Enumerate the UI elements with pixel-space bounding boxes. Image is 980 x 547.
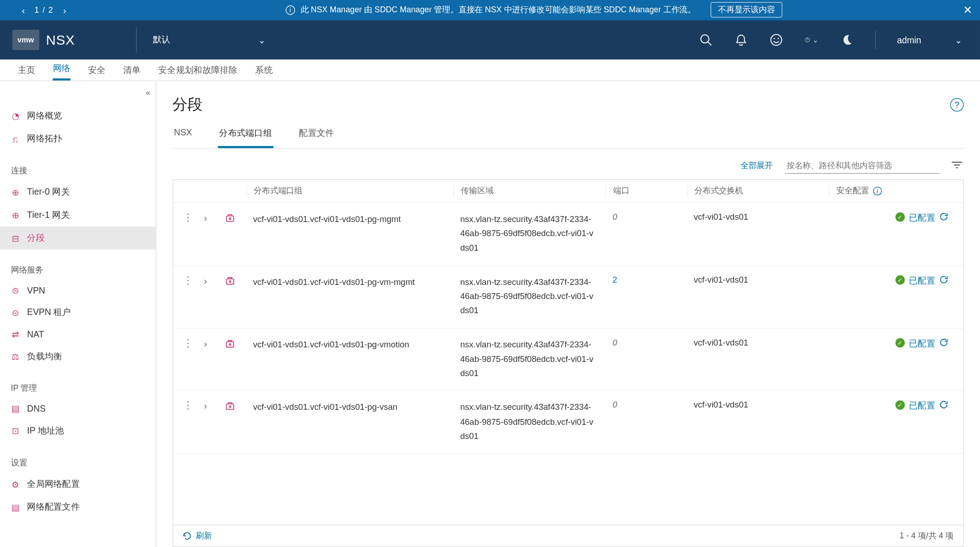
row-actions-icon[interactable]: ⋮ [182, 403, 193, 409]
tab-security[interactable]: 安全 [88, 64, 106, 81]
top-nav: 主页 网络 安全 清单 安全规划和故障排除 系统 [0, 60, 980, 81]
cell-port[interactable]: 2 [606, 275, 687, 284]
row-count: 1 - 4 项/共 4 项 [899, 530, 954, 542]
refresh-icon[interactable] [939, 338, 948, 349]
filter-icon[interactable] [952, 160, 963, 172]
sidebar-item-label: IP 地址池 [27, 425, 64, 437]
svg-point-2 [771, 35, 782, 46]
refresh-icon[interactable] [939, 401, 948, 412]
table-row: ⋮›vcf-vi01-vds01.vcf-vi01-vds01-pg-mgmtn… [173, 203, 963, 266]
portgroup-icon [214, 212, 246, 224]
tab-system[interactable]: 系统 [255, 64, 273, 81]
sidebar-item-dns[interactable]: ▤DNS [0, 398, 156, 419]
help-icon[interactable]: ⌄ [804, 33, 818, 47]
refresh-icon[interactable] [939, 212, 948, 223]
sidebar-item-label: 网络配置文件 [27, 501, 80, 513]
col-security[interactable]: 安全配置 i [829, 185, 963, 196]
vmw-logo: vmw [12, 30, 39, 50]
sidebar-item-label: Tier-1 网关 [27, 209, 70, 221]
sidebar-item-net-profile[interactable]: ▤网络配置文件 [0, 495, 156, 518]
pager-prev-icon[interactable]: ‹ [22, 5, 25, 15]
pager-label: 1 / 2 [34, 5, 53, 15]
bell-icon[interactable] [734, 33, 748, 47]
search-input[interactable] [785, 158, 939, 174]
sidebar-group-services: 网络服务 ⊝VPN ⊝EVPN 租户 ⇄NAT ⚖负载均衡 [0, 249, 156, 368]
tab-home[interactable]: 主页 [18, 64, 36, 81]
row-actions-icon[interactable]: ⋮ [182, 340, 193, 346]
cell-port: 0 [606, 338, 687, 347]
chevron-down-icon: ⌄ [813, 36, 818, 43]
status-ok-icon: ✓ [896, 338, 905, 347]
expand-row-icon[interactable]: › [204, 401, 207, 412]
col-switch[interactable]: 分布式交换机 [687, 185, 829, 196]
refresh-link[interactable]: 刷新 [183, 530, 212, 542]
subtab-dv-portgroup[interactable]: 分布式端口组 [218, 122, 273, 148]
sidebar-collapse-icon[interactable]: « [146, 88, 147, 98]
table-row: ⋮›vcf-vi01-vds01.vcf-vi01-vds01-pg-vmoti… [173, 328, 963, 391]
security-status-link[interactable]: 已配置 [909, 212, 935, 224]
sidebar-item-global-net[interactable]: ⚙全局网络配置 [0, 473, 156, 495]
sidebar-item-ippool[interactable]: ⊡IP 地址池 [0, 419, 156, 442]
subtab-profiles[interactable]: 配置文件 [297, 122, 335, 148]
sidebar-group-connectivity: 连接 ⊕Tier-0 网关 ⊕Tier-1 网关 ⊟分段 [0, 150, 156, 249]
col-tz[interactable]: 传输区域 [454, 185, 606, 196]
security-status-link[interactable]: 已配置 [909, 401, 935, 412]
chevron-down-icon: ⌄ [258, 35, 266, 45]
sidebar-item-label: 网络拓扑 [27, 133, 62, 145]
sidebar-item-tier0[interactable]: ⊕Tier-0 网关 [0, 181, 156, 203]
pager-next-icon[interactable]: › [63, 5, 66, 15]
tenant-selector[interactable]: 默认 ⌄ [153, 34, 266, 46]
sidebar-item-vpn[interactable]: ⊝VPN [0, 280, 156, 301]
help-icon[interactable]: ? [950, 98, 964, 112]
sidebar-item-network-overview[interactable]: ◔网络概览 [0, 104, 156, 127]
refresh-icon[interactable] [939, 275, 948, 286]
tab-inventory[interactable]: 清单 [123, 64, 141, 81]
sidebar-item-evpn[interactable]: ⊝EVPN 租户 [0, 301, 156, 324]
security-status-link[interactable]: 已配置 [909, 275, 935, 286]
expand-all-link[interactable]: 全部展开 [740, 160, 773, 172]
ippool-icon: ⊡ [11, 426, 21, 436]
sidebar-group-settings: 设置 ⚙全局网络配置 ▤网络配置文件 [0, 442, 156, 519]
search-icon[interactable] [699, 33, 713, 47]
row-actions-icon[interactable]: ⋮ [182, 277, 193, 284]
table-body: ⋮›vcf-vi01-vds01.vcf-vi01-vds01-pg-mgmtn… [173, 203, 963, 525]
sidebar-item-tier1[interactable]: ⊕Tier-1 网关 [0, 204, 156, 227]
sidebar-group-label: 网络服务 [0, 259, 156, 280]
expand-row-icon[interactable]: › [204, 275, 207, 286]
tab-plan-troubleshoot[interactable]: 安全规划和故障排除 [158, 64, 238, 81]
page-subtabs: NSX 分布式端口组 配置文件 [172, 122, 964, 149]
sidebar-item-lb[interactable]: ⚖负载均衡 [0, 345, 156, 368]
close-icon[interactable]: ✕ [963, 3, 972, 16]
expand-row-icon[interactable]: › [204, 338, 207, 349]
dark-mode-icon[interactable] [839, 33, 853, 47]
banner-pager: ‹ 1 / 2 › [0, 0, 88, 20]
row-actions-icon[interactable]: ⋮ [182, 214, 193, 221]
security-status-link[interactable]: 已配置 [909, 338, 935, 349]
tab-network[interactable]: 网络 [53, 62, 71, 80]
smiley-icon[interactable] [769, 33, 783, 47]
sidebar-item-nat[interactable]: ⇄NAT [0, 324, 156, 345]
user-label: admin [897, 35, 921, 45]
col-name[interactable]: 分布式端口组 [246, 185, 454, 196]
sidebar-group-ip: IP 管理 ▤DNS ⊡IP 地址池 [0, 368, 156, 442]
expand-row-icon[interactable]: › [204, 212, 207, 223]
svg-point-13 [229, 406, 231, 408]
main-content: 分段 ? NSX 分布式端口组 配置文件 全部展开 分布式端口组 传输区域 端口… [156, 81, 980, 547]
col-port[interactable]: 端口 [606, 185, 687, 196]
info-icon[interactable]: i [873, 186, 882, 195]
user-menu[interactable]: admin ⌄ [897, 35, 962, 45]
sidebar-item-label: 负载均衡 [27, 350, 62, 362]
svg-point-12 [229, 343, 231, 345]
sidebar-item-segments[interactable]: ⊟分段 [0, 227, 156, 249]
topology-icon: ⎌ [11, 134, 21, 144]
sidebar-group-label: 连接 [0, 160, 156, 181]
subtab-nsx[interactable]: NSX [172, 122, 193, 148]
sidebar-item-network-topology[interactable]: ⎌网络拓扑 [0, 127, 156, 150]
cell-name: vcf-vi01-vds01.vcf-vi01-vds01-pg-vm-mgmt [246, 275, 454, 289]
page-titlebar: 分段 ? [172, 95, 964, 115]
sidebar-item-label: VPN [27, 285, 45, 295]
banner-dismiss-button[interactable]: 不再显示该内容 [711, 2, 782, 17]
cell-switch: vcf-vi01-vds01 [687, 212, 829, 222]
status-ok-icon: ✓ [896, 275, 905, 284]
sidebar-item-label: 全局网络配置 [27, 478, 80, 490]
